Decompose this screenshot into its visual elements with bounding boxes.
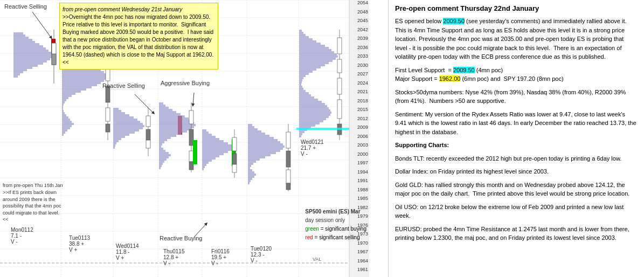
svg-rect-220 bbox=[248, 156, 265, 158]
svg-rect-189 bbox=[202, 151, 228, 153]
paragraph-4: Sentiment: My version of the Rydex Asset… bbox=[395, 110, 638, 137]
svg-rect-217 bbox=[248, 150, 280, 152]
svg-rect-267 bbox=[299, 92, 309, 94]
svg-rect-287 bbox=[299, 135, 301, 137]
svg-rect-281 bbox=[299, 122, 320, 124]
svg-rect-135 bbox=[113, 144, 115, 147]
paragraph-1: ES opened below 2009.50 (see yesterday's… bbox=[395, 17, 638, 61]
svg-rect-213 bbox=[248, 141, 280, 143]
svg-rect-271 bbox=[299, 101, 322, 103]
svg-rect-256 bbox=[299, 68, 316, 71]
svg-rect-260 bbox=[299, 77, 303, 79]
svg-text:2009: 2009 bbox=[357, 124, 368, 130]
svg-rect-258 bbox=[299, 73, 309, 75]
svg-rect-174 bbox=[189, 110, 193, 124]
svg-rect-148 bbox=[159, 115, 185, 117]
svg-rect-91 bbox=[62, 88, 86, 91]
wed0114-label: Wed0114 11.8 - V + bbox=[116, 243, 139, 261]
svg-rect-126 bbox=[113, 125, 144, 127]
svg-rect-282 bbox=[299, 124, 315, 127]
reactive-selling-mid-label: Reactive Selling bbox=[102, 82, 145, 89]
svg-rect-102 bbox=[62, 112, 65, 114]
svg-rect-257 bbox=[299, 71, 313, 73]
svg-rect-132 bbox=[113, 138, 121, 140]
svg-rect-289 bbox=[337, 38, 342, 54]
svg-rect-54 bbox=[13, 41, 35, 43]
svg-rect-268 bbox=[299, 94, 311, 96]
svg-rect-111 bbox=[62, 131, 65, 134]
svg-rect-154 bbox=[159, 128, 191, 130]
svg-rect-105 bbox=[62, 119, 70, 121]
svg-rect-207 bbox=[248, 128, 258, 130]
svg-rect-238 bbox=[299, 30, 302, 32]
thu0115-label: Thu0115 12.8 + V - bbox=[163, 248, 184, 266]
svg-text:2042: 2042 bbox=[357, 27, 368, 32]
svg-rect-142 bbox=[159, 102, 163, 105]
svg-text:2030: 2030 bbox=[357, 63, 368, 68]
svg-text:2048: 2048 bbox=[357, 9, 368, 15]
svg-rect-291 bbox=[337, 78, 342, 94]
paragraph-6: Bonds TLT: recently exceeded the 2012 hi… bbox=[395, 154, 638, 163]
svg-rect-145 bbox=[159, 109, 172, 111]
svg-rect-245 bbox=[299, 45, 325, 47]
paragraph-10: EURUSD: probed the 4mn Time Resistance a… bbox=[395, 225, 638, 243]
svg-rect-163 bbox=[159, 148, 163, 150]
svg-rect-234 bbox=[286, 132, 290, 148]
price-highlight-3: 1962.00 bbox=[439, 75, 461, 82]
svg-text:2000: 2000 bbox=[357, 151, 368, 157]
svg-rect-290 bbox=[337, 59, 342, 73]
svg-rect-88 bbox=[62, 82, 101, 84]
fri0116-label: Fri0116 19.5 + V - bbox=[211, 248, 230, 266]
svg-rect-110 bbox=[62, 129, 67, 131]
paragraph-9: Oil USO: on 12/12 broke below the extrem… bbox=[395, 203, 638, 220]
svg-rect-62 bbox=[13, 58, 50, 60]
svg-text:1961: 1961 bbox=[357, 267, 368, 272]
svg-rect-182 bbox=[202, 136, 216, 138]
svg-rect-167 bbox=[159, 156, 169, 158]
svg-text:2036: 2036 bbox=[357, 45, 368, 50]
svg-rect-116 bbox=[106, 108, 110, 121]
tue0113-label: Tue0113 38.8 + V + bbox=[69, 235, 90, 253]
svg-rect-134 bbox=[113, 142, 116, 144]
svg-rect-127 bbox=[113, 127, 143, 129]
svg-rect-160 bbox=[159, 141, 164, 143]
svg-rect-187 bbox=[202, 147, 234, 149]
svg-rect-57 bbox=[13, 47, 46, 50]
svg-rect-264 bbox=[299, 86, 302, 88]
svg-rect-253 bbox=[299, 62, 329, 64]
svg-rect-139 bbox=[146, 129, 150, 140]
svg-rect-103 bbox=[62, 114, 66, 116]
svg-rect-133 bbox=[113, 140, 119, 142]
svg-rect-228 bbox=[248, 174, 256, 176]
svg-rect-56 bbox=[13, 45, 43, 47]
svg-rect-211 bbox=[248, 137, 274, 139]
svg-rect-225 bbox=[248, 167, 250, 169]
svg-rect-188 bbox=[202, 149, 232, 151]
svg-rect-69 bbox=[13, 73, 20, 75]
svg-rect-146 bbox=[159, 111, 176, 113]
svg-rect-231 bbox=[248, 180, 251, 182]
svg-text:2027: 2027 bbox=[357, 71, 368, 77]
svg-rect-254 bbox=[299, 64, 325, 66]
svg-rect-119 bbox=[113, 110, 121, 112]
svg-rect-266 bbox=[299, 90, 306, 92]
svg-rect-99 bbox=[62, 106, 63, 108]
svg-rect-240 bbox=[299, 34, 306, 36]
price-highlight-1: 2009.50 bbox=[443, 18, 465, 24]
svg-rect-229 bbox=[248, 176, 254, 178]
paragraph-2: First Level Support = 2009.50 (4mn poc) … bbox=[395, 66, 638, 84]
svg-rect-70 bbox=[13, 75, 18, 78]
svg-rect-143 bbox=[159, 105, 165, 107]
svg-rect-215 bbox=[248, 146, 285, 148]
svg-rect-262 bbox=[299, 81, 302, 84]
svg-rect-125 bbox=[113, 123, 143, 125]
svg-rect-140 bbox=[146, 140, 150, 148]
svg-rect-277 bbox=[299, 114, 330, 116]
legend-green: green = significant buying bbox=[305, 225, 366, 233]
svg-rect-89 bbox=[62, 84, 97, 86]
svg-text:1985: 1985 bbox=[357, 196, 368, 201]
svg-rect-200 bbox=[232, 137, 237, 151]
svg-rect-250 bbox=[299, 56, 338, 58]
svg-text:2003: 2003 bbox=[357, 142, 368, 148]
svg-rect-186 bbox=[202, 144, 232, 147]
